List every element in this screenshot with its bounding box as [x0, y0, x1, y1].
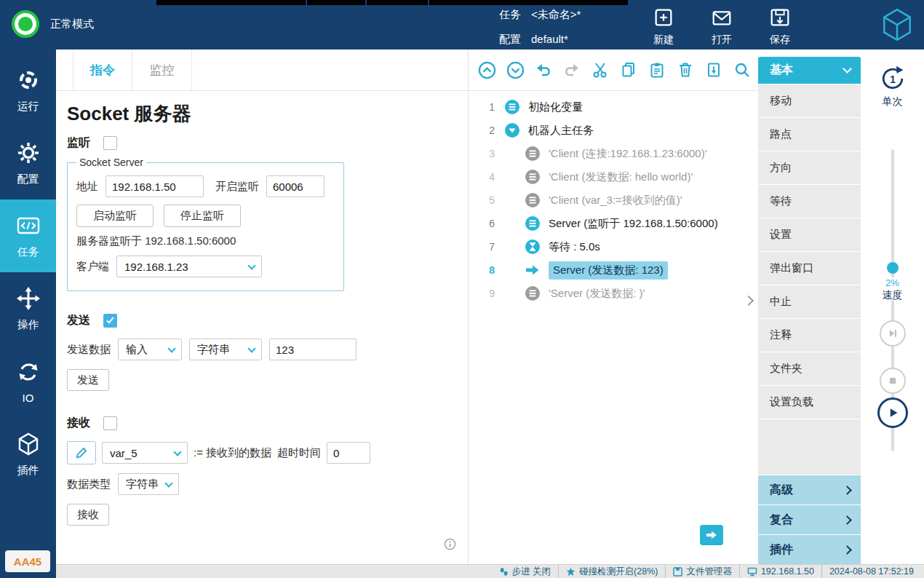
expand-all-button[interactable] — [506, 60, 525, 79]
step-mode-status[interactable]: 步进 关闭 — [492, 565, 558, 578]
collapse-all-button[interactable] — [477, 60, 496, 79]
palette-group-basic[interactable]: 基本 — [758, 57, 861, 84]
timeout-input[interactable] — [327, 442, 370, 464]
copy-icon[interactable] — [619, 60, 638, 79]
comment-icon — [525, 146, 540, 161]
sidebar-item-plugin[interactable]: 插件 — [0, 418, 56, 491]
sidebar-item-run[interactable]: 运行 — [0, 54, 56, 127]
init-variables-icon — [505, 100, 519, 114]
edit-variable-button[interactable] — [67, 441, 96, 464]
panel-expand-handle[interactable] — [742, 291, 755, 310]
palette-group-plugin[interactable]: 插件 — [758, 535, 861, 564]
palette-item-waypoint[interactable]: 路点 — [758, 118, 861, 151]
run-control-bar: 1 单次 2% 速度 — [861, 50, 924, 564]
start-listen-button[interactable]: 启动监听 — [76, 205, 154, 227]
robot-id-badge[interactable]: AA45 — [5, 550, 50, 572]
chevron-right-icon — [843, 515, 852, 525]
address-input[interactable] — [105, 175, 204, 197]
palette-item-abort[interactable]: 中止 — [758, 285, 861, 318]
cut-icon[interactable] — [591, 60, 610, 79]
stop-listen-button[interactable]: 停止监听 — [164, 205, 241, 227]
stop-button[interactable] — [880, 368, 906, 394]
socket-form: Socket 服务器 监听 Socket Server 地址 开启监听 启动监听… — [56, 91, 468, 563]
port-label: 开启监听 — [215, 180, 259, 194]
listen-checkbox[interactable] — [103, 136, 117, 150]
send-source-select[interactable]: 输入 — [118, 339, 182, 360]
program-line[interactable]: 1 初始化变量 — [469, 95, 758, 119]
datetime-status: 2024-08-08 17:52:19 — [821, 565, 924, 578]
redo-button[interactable] — [562, 60, 581, 79]
send-checkbox[interactable] — [103, 314, 117, 328]
mode-label: 正常模式 — [50, 17, 94, 31]
file-manager-status[interactable]: 文件管理器 — [665, 565, 739, 578]
palette-item-move[interactable]: 移动 — [758, 84, 861, 117]
data-type-label: 数据类型 — [67, 478, 111, 491]
palette-item-payload[interactable]: 设置负载 — [758, 386, 861, 419]
palette-item-direction[interactable]: 方向 — [758, 151, 861, 184]
tab-instruction[interactable]: 指令 — [73, 50, 132, 91]
file-manager-icon — [673, 567, 682, 577]
program-line[interactable]: 7 等待 : 5.0s — [469, 235, 758, 258]
speed-slider-handle[interactable] — [887, 262, 899, 274]
open-button[interactable]: 打开 — [698, 6, 745, 47]
program-line[interactable]: 6 Server (监听于 192.168.1.50:6000) — [469, 212, 758, 235]
collision-status[interactable]: 碰撞检测开启(28%) — [558, 565, 665, 578]
new-button[interactable]: 新建 — [640, 6, 687, 47]
single-run-control[interactable]: 1 单次 — [861, 64, 924, 108]
sidebar-item-task[interactable]: 任务 — [0, 199, 56, 272]
palette-group-composite[interactable]: 复合 — [758, 505, 861, 534]
send-button[interactable]: 发送 — [67, 369, 109, 391]
program-line[interactable]: 2 机器人主任务 — [469, 119, 758, 142]
jump-to-line-button[interactable] — [700, 525, 723, 545]
single-cycle-icon: 1 — [878, 64, 907, 93]
palette-item-popup[interactable]: 弹出窗口 — [758, 252, 861, 285]
program-line-selected[interactable]: 8 Server (发送数据: 123) — [469, 258, 758, 282]
palette-item-set[interactable]: 设置 — [758, 218, 861, 251]
receive-checkbox[interactable] — [103, 416, 117, 430]
palette-group-advanced[interactable]: 高级 — [758, 475, 861, 504]
palette-item-comment[interactable]: 注释 — [758, 319, 861, 352]
program-line[interactable]: 3 'Client (连接:192.168.1.23:6000)' — [469, 142, 758, 165]
step-next-button[interactable] — [880, 320, 906, 347]
receive-button[interactable]: 接收 — [67, 504, 109, 526]
data-type-select[interactable]: 字符串 — [118, 473, 179, 495]
main-task-icon — [505, 123, 519, 138]
chevron-right-icon — [843, 545, 852, 555]
svg-text:1: 1 — [889, 74, 895, 85]
sidebar-item-operate[interactable]: 操作 — [0, 272, 56, 345]
mode-indicator[interactable]: 正常模式 — [12, 10, 94, 38]
paste-icon[interactable] — [648, 60, 666, 79]
delete-icon[interactable] — [676, 60, 695, 79]
sidebar-item-config[interactable]: 配置 — [0, 127, 56, 199]
wait-icon — [525, 239, 540, 254]
save-button[interactable]: 保存 — [757, 6, 803, 47]
io-icon — [16, 360, 41, 387]
network-status[interactable]: 192.168.1.50 — [739, 565, 821, 578]
undo-button[interactable] — [534, 60, 553, 79]
save-icon — [768, 6, 792, 31]
client-select[interactable]: 192.168.1.23 — [116, 256, 262, 277]
statusbar: 步进 关闭 碰撞检测开启(28%) 文件管理器 192.168.1.50 202… — [56, 564, 924, 578]
program-line[interactable]: 5 'Client (var_3:=接收到的值)' — [469, 189, 758, 212]
palette-groups: 高级 复合 插件 — [758, 475, 861, 564]
socket-server-group: Socket Server 地址 开启监听 启动监听 停止监听 服务器监听于 1… — [67, 157, 344, 291]
config-label: 配置 — [499, 33, 521, 47]
palette-item-wait[interactable]: 等待 — [758, 185, 861, 218]
palette-item-folder[interactable]: 文件夹 — [758, 352, 861, 385]
insert-paste-icon[interactable] — [704, 60, 723, 79]
info-icon[interactable] — [444, 538, 456, 553]
chevron-right-icon — [843, 486, 852, 495]
chevron-down-icon — [164, 479, 172, 487]
server-status-text: 服务器监听于 192.168.1.50:6000 — [76, 234, 335, 248]
receive-var-select[interactable]: var_5 — [102, 442, 188, 464]
tab-monitor[interactable]: 监控 — [132, 50, 192, 91]
single-run-label: 单次 — [883, 95, 903, 108]
sidebar-item-io[interactable]: IO — [0, 345, 56, 418]
port-input[interactable] — [266, 175, 324, 197]
program-line[interactable]: 4 'Client (发送数据: hello world)' — [469, 165, 758, 189]
send-data-input[interactable] — [269, 339, 357, 360]
search-icon[interactable] — [733, 60, 752, 79]
program-line[interactable]: 9 'Server (发送数据: )' — [469, 282, 758, 305]
play-button[interactable] — [877, 397, 908, 428]
send-type-select[interactable]: 字符串 — [189, 339, 262, 360]
